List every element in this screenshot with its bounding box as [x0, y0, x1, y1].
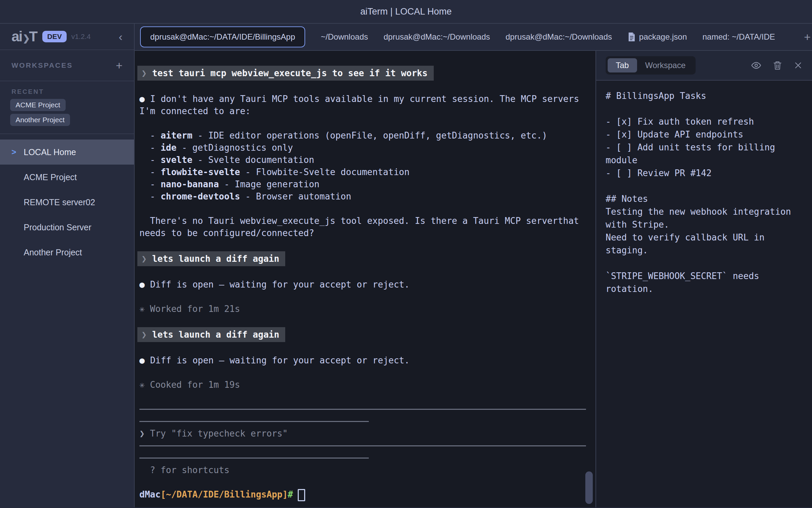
- mcp-server-item: - chrome-devtools - Browser automation: [137, 190, 595, 203]
- tab-downloads[interactable]: ~/Downloads: [321, 32, 368, 42]
- sidebar-item-label: ACME Project: [24, 172, 77, 182]
- bullet-icon: ●: [139, 355, 145, 365]
- worked-duration-line: ✳ Worked for 1m 21s: [137, 303, 595, 315]
- sidebar-logo-row: ai ❯ T DEV v1.2.4 ‹: [0, 24, 134, 50]
- new-tab-button[interactable]: +: [804, 30, 812, 44]
- eye-icon[interactable]: [751, 60, 761, 70]
- recent-section: RECENT ACME Project Another Project: [0, 81, 134, 134]
- mcp-server-item: - aiterm - IDE editor operations (openFi…: [137, 129, 595, 142]
- sidebar-item-local-home[interactable]: > LOCAL Home: [0, 140, 134, 165]
- mcp-server-item: - nano-banana - Image generation: [137, 178, 595, 190]
- recent-label: RECENT: [12, 88, 134, 96]
- bullet-icon: ●: [139, 279, 145, 290]
- file-icon: [628, 32, 636, 42]
- recent-chip-acme[interactable]: ACME Project: [10, 99, 66, 111]
- note-line: [606, 102, 803, 115]
- note-line: - [x] Fix auth token refresh: [606, 115, 803, 128]
- mcp-server-item: - svelte - Svelte documentation: [137, 154, 595, 166]
- prompt-symbol: #: [288, 489, 293, 500]
- add-workspace-button[interactable]: +: [116, 59, 122, 72]
- note-line: - [ ] Add unit tests for billing: [606, 141, 803, 154]
- sidebar-collapse-icon[interactable]: ‹: [119, 31, 122, 42]
- close-icon[interactable]: [794, 61, 803, 70]
- diff-status-line: ●Diff is open — waiting for your accept …: [137, 354, 595, 366]
- note-line: Need to verify callback URL in: [606, 231, 803, 244]
- note-line: module: [606, 154, 803, 167]
- version-label: v1.2.4: [71, 33, 91, 41]
- logo-t: T: [29, 28, 38, 45]
- echoed-command: ❯lets launch a diff again: [137, 251, 285, 266]
- sidebar-item-label: Production Server: [24, 223, 91, 232]
- note-line: staging.: [606, 244, 803, 257]
- assistant-response-line: I'm connected to are:: [137, 105, 595, 117]
- note-line: with Stripe.: [606, 218, 803, 231]
- prompt-chevron-icon: ❯: [141, 330, 147, 340]
- tab-label: package.json: [639, 32, 687, 42]
- note-line: ## Notes: [606, 192, 803, 205]
- cooked-duration-line: ✳ Cooked for 1m 19s: [137, 379, 595, 391]
- notes-panel-header: Tab Workspace: [596, 51, 812, 81]
- separator-rule: [137, 415, 595, 427]
- note-line: `STRIPE_WEBHOOK_SECRET` needs: [606, 270, 803, 282]
- prompt-chevron-icon: ❯: [141, 254, 147, 264]
- terminal-cursor[interactable]: [298, 489, 305, 501]
- tab-dprusak-downloads-2[interactable]: dprusak@dMac:~/Downloads: [505, 32, 612, 42]
- note-line: - [ ] Review PR #142: [606, 167, 803, 179]
- mcp-server-item: - flowbite-svelte - Flowbite-Svelte docu…: [137, 166, 595, 178]
- assistant-response-line: needs to be configured/connected?: [137, 227, 595, 239]
- workspaces-label: WORKSPACES: [12, 61, 73, 69]
- sidebar: ai ❯ T DEV v1.2.4 ‹ WORKSPACES + RECENT …: [0, 24, 135, 507]
- sidebar-item-label: LOCAL Home: [24, 147, 76, 157]
- note-line: - [x] Update API endpoints: [606, 128, 803, 141]
- prompt-host: dMac: [139, 489, 161, 500]
- note-line: [606, 257, 803, 270]
- note-line: Testing the new webhook integration: [606, 205, 803, 218]
- tab-bar: dprusak@dMac:~/DATA/IDE/BillingsApp ~/Do…: [135, 24, 812, 50]
- separator-rule: [137, 403, 595, 415]
- app-shell: ai ❯ T DEV v1.2.4 ‹ WORKSPACES + RECENT …: [0, 24, 812, 507]
- shortcuts-hint: ? for shortcuts: [137, 464, 595, 476]
- separator-rule: [137, 440, 595, 452]
- toggle-workspace-option[interactable]: Workspace: [637, 58, 694, 72]
- prompt-chevron-icon: ❯: [141, 68, 147, 78]
- tab-package-json[interactable]: package.json: [628, 32, 687, 42]
- sidebar-item-production-server[interactable]: Production Server: [0, 215, 134, 240]
- notes-panel: Tab Workspace: [595, 51, 812, 507]
- sidebar-item-another-project[interactable]: Another Project: [0, 240, 134, 265]
- mcp-server-item: - ide - getDiagnostics only: [137, 142, 595, 154]
- echoed-command: ❯lets launch a diff again: [137, 327, 285, 342]
- workspaces-header: WORKSPACES +: [0, 50, 134, 81]
- separator-rule: [137, 452, 595, 464]
- shell-prompt[interactable]: dMac[~/DATA/IDE/BillingsApp]#: [137, 488, 595, 501]
- trash-icon[interactable]: [773, 60, 782, 70]
- toggle-tab-option[interactable]: Tab: [608, 58, 637, 72]
- note-line: # BillingsApp Tasks: [606, 89, 803, 102]
- logo-text: ai: [12, 28, 22, 45]
- sidebar-item-remote-server02[interactable]: REMOTE server02: [0, 190, 134, 215]
- tab-dprusak-downloads-1[interactable]: dprusak@dMac:~/Downloads: [384, 32, 490, 42]
- assistant-response-line: ●I don't have any Tauri MCP tools availa…: [137, 93, 595, 105]
- sidebar-item-label: REMOTE server02: [24, 197, 95, 207]
- hint-chevron-icon: ❯: [139, 428, 145, 439]
- notes-editor[interactable]: # BillingsApp Tasks - [x] Fix auth token…: [596, 81, 812, 304]
- active-item-chevron-icon: >: [12, 147, 16, 157]
- note-line: rotation.: [606, 282, 803, 295]
- terminal-pane[interactable]: ❯test tauri mcp webview_execute_js to se…: [135, 51, 595, 507]
- assistant-response-line: There's no Tauri webview_execute_js tool…: [137, 215, 595, 227]
- window-title-bar: aiTerm | LOCAL Home: [0, 0, 812, 24]
- content-row: ❯test tauri mcp webview_execute_js to se…: [135, 50, 812, 507]
- recent-chip-another[interactable]: Another Project: [10, 114, 70, 126]
- tab-named-data-ide[interactable]: named: ~/DATA/IDE: [702, 32, 775, 42]
- diff-status-line: ●Diff is open — waiting for your accept …: [137, 278, 595, 291]
- sidebar-item-acme-project[interactable]: ACME Project: [0, 165, 134, 190]
- tab-billingsapp-active[interactable]: dprusak@dMac:~/DATA/IDE/BillingsApp: [140, 26, 305, 47]
- dev-badge: DEV: [42, 31, 66, 42]
- main-area: dprusak@dMac:~/DATA/IDE/BillingsApp ~/Do…: [135, 24, 812, 507]
- echoed-command: ❯test tauri mcp webview_execute_js to se…: [137, 66, 434, 81]
- terminal-scrollbar-thumb[interactable]: [585, 471, 593, 504]
- scope-toggle: Tab Workspace: [606, 56, 696, 75]
- server-list: > LOCAL Home ACME Project REMOTE server0…: [0, 140, 134, 265]
- window-title: aiTerm | LOCAL Home: [360, 6, 452, 17]
- bullet-icon: ●: [139, 94, 145, 104]
- prompt-path: [~/DATA/IDE/BillingsApp]: [161, 489, 288, 500]
